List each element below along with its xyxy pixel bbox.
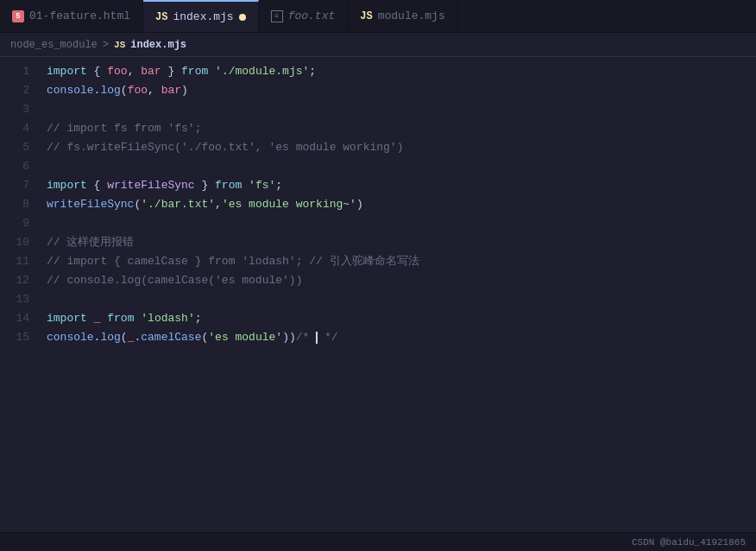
code-line: import { foo, bar } from './module.mjs'; [43, 62, 756, 81]
tab-bar: 5 01-feature.html JS index.mjs ≡ foo.txt… [0, 0, 756, 33]
status-bar: CSDN @baidu_41921865 [0, 532, 756, 551]
tab-foo-label: foo.txt [288, 10, 336, 22]
attribution: CSDN @baidu_41921865 [632, 537, 746, 548]
token-var-name: foo [107, 65, 127, 78]
token-method: writeFileSync [47, 198, 134, 211]
txt-icon: ≡ [271, 10, 283, 22]
token-var-name: foo [128, 84, 148, 97]
token-str: 'lodash' [141, 312, 194, 325]
token-comment: // import fs from 'fs'; [47, 122, 201, 135]
token-str: './module.mjs' [215, 65, 309, 78]
breadcrumb-file: index.mjs [130, 39, 186, 51]
token-fn: console [47, 331, 94, 344]
token-punct: } [195, 179, 215, 192]
token-punct: ) [356, 198, 363, 211]
js-icon-2: JS [360, 10, 372, 22]
code-line: import _ from 'lodash'; [43, 309, 756, 328]
token-punct: ( [121, 331, 128, 344]
code-line: // console.log(camelCase('es module')) [43, 271, 756, 290]
code-line: // 这样使用报错 [43, 233, 756, 252]
token-punct [242, 179, 249, 192]
token-str: 'fs' [249, 179, 275, 192]
code-line [43, 214, 756, 233]
code-content[interactable]: import { foo, bar } from './module.mjs';… [43, 57, 756, 532]
token-punct: ; [195, 312, 202, 325]
token-method: log [100, 331, 120, 344]
token-punct [208, 65, 215, 78]
token-kw: from [181, 65, 208, 78]
html-icon: 5 [12, 10, 24, 22]
token-punct: , [148, 84, 161, 97]
token-punct: ( [121, 84, 128, 97]
token-comment: // 这样使用报错 [47, 236, 134, 249]
token-kw: import [47, 179, 87, 192]
code-line [43, 157, 756, 176]
token-punct: { [87, 65, 107, 78]
token-var-name: bar [141, 65, 161, 78]
token-kw: import [47, 65, 87, 78]
token-method: log [100, 84, 120, 97]
code-line: console.log(_.camelCase('es module'))/* … [43, 328, 756, 347]
token-punct: , [128, 65, 142, 78]
token-punct: ; [309, 65, 316, 78]
breadcrumb-folder: node_es_module [10, 39, 98, 51]
tab-index[interactable]: JS index.mjs [143, 0, 259, 32]
tab-foo[interactable]: ≡ foo.txt [259, 0, 349, 32]
token-str: 'es module' [208, 331, 282, 344]
token-punct: )) [282, 331, 296, 344]
token-str: 'es module working~' [222, 198, 356, 211]
tab-html-label: 01-feature.html [29, 10, 130, 22]
tab-index-label: index.mjs [173, 10, 233, 23]
token-kw: from [215, 179, 242, 192]
code-line [43, 290, 756, 309]
line-numbers: 123456789101112131415 [0, 57, 43, 532]
token-comment: // console.log(camelCase('es module')) [47, 274, 302, 287]
token-kw: from [107, 312, 134, 325]
tab-html[interactable]: 5 01-feature.html [0, 0, 143, 32]
code-line: console.log(foo, bar) [43, 81, 756, 100]
code-line: writeFileSync('./bar.txt','es module wor… [43, 195, 756, 214]
tab-module-label: module.mjs [378, 10, 445, 22]
token-import-name: writeFileSync [107, 179, 194, 192]
token-method: camelCase [141, 331, 201, 344]
token-comment: /* [296, 331, 316, 344]
tab-module[interactable]: JS module.mjs [348, 0, 457, 32]
token-punct: ) [181, 84, 188, 97]
token-str: './bar.txt' [141, 198, 215, 211]
token-fn: console [47, 84, 94, 97]
token-punct: , [215, 198, 222, 211]
code-line: import { writeFileSync } from 'fs'; [43, 176, 756, 195]
token-punct: { [87, 179, 107, 192]
token-comment: */ [318, 331, 337, 344]
token-var-name: bar [161, 84, 181, 97]
token-punct: } [161, 65, 181, 78]
token-kw: import [47, 312, 87, 325]
token-punct [87, 312, 94, 325]
code-line [43, 100, 756, 119]
code-line: // import { camelCase } from 'lodash'; /… [43, 252, 756, 271]
breadcrumb: node_es_module > JS index.mjs [0, 33, 756, 57]
token-punct: ; [275, 179, 282, 192]
unsaved-dot [239, 14, 246, 21]
code-area: 123456789101112131415 import { foo, bar … [0, 57, 756, 532]
token-comment: // import { camelCase } from 'lodash'; /… [47, 255, 419, 268]
breadcrumb-file-icon: JS [114, 40, 125, 50]
token-comment: // fs.writeFileSync('./foo.txt', 'es mod… [47, 141, 403, 154]
code-line: // fs.writeFileSync('./foo.txt', 'es mod… [43, 138, 756, 157]
code-line: // import fs from 'fs'; [43, 119, 756, 138]
js-icon: JS [155, 11, 167, 23]
breadcrumb-sep: > [103, 39, 109, 51]
